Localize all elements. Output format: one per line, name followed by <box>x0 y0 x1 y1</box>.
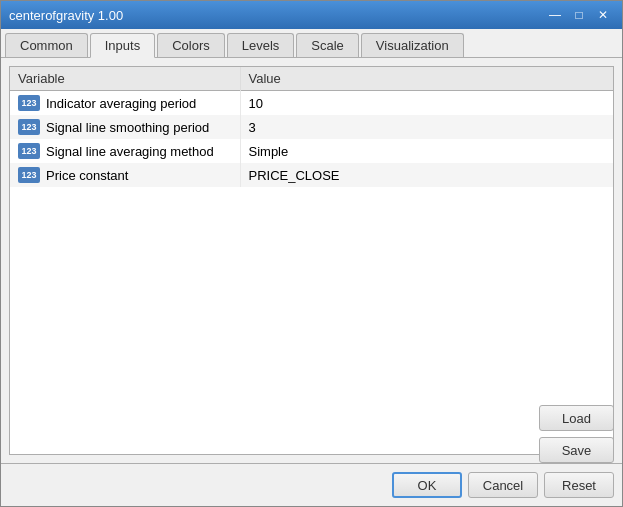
table-row[interactable]: 123Price constantPRICE_CLOSE <box>10 163 613 187</box>
table-cell-value: Simple <box>240 139 613 163</box>
tab-visualization[interactable]: Visualization <box>361 33 464 57</box>
tab-colors[interactable]: Colors <box>157 33 225 57</box>
table-body: 123Indicator averaging period10123Signal… <box>10 91 613 188</box>
main-window: centerofgravity 1.00 — □ ✕ Common Inputs… <box>0 0 623 507</box>
variables-table: Variable Value 123Indicator averaging pe… <box>10 67 613 187</box>
table-row[interactable]: 123Signal line smoothing period3 <box>10 115 613 139</box>
variable-type-icon: 123 <box>18 119 40 135</box>
table-row[interactable]: 123Indicator averaging period10 <box>10 91 613 116</box>
bottom-bar: OK Cancel Reset <box>1 463 622 506</box>
column-header-value: Value <box>240 67 613 91</box>
load-button[interactable]: Load <box>539 405 614 431</box>
window-controls: — □ ✕ <box>544 6 614 24</box>
tab-levels[interactable]: Levels <box>227 33 295 57</box>
variable-type-icon: 123 <box>18 167 40 183</box>
window-title: centerofgravity 1.00 <box>9 8 123 23</box>
tab-scale[interactable]: Scale <box>296 33 359 57</box>
column-header-variable: Variable <box>10 67 240 91</box>
table-header-row: Variable Value <box>10 67 613 91</box>
reset-button[interactable]: Reset <box>544 472 614 498</box>
tab-common[interactable]: Common <box>5 33 88 57</box>
variable-type-icon: 123 <box>18 95 40 111</box>
table-row[interactable]: 123Signal line averaging methodSimple <box>10 139 613 163</box>
save-button[interactable]: Save <box>539 437 614 463</box>
cancel-button[interactable]: Cancel <box>468 472 538 498</box>
close-button[interactable]: ✕ <box>592 6 614 24</box>
variable-name: Indicator averaging period <box>46 96 196 111</box>
variable-name: Signal line averaging method <box>46 144 214 159</box>
ok-button[interactable]: OK <box>392 472 462 498</box>
tab-inputs[interactable]: Inputs <box>90 33 155 58</box>
side-buttons: Load Save <box>539 405 614 463</box>
variable-type-icon: 123 <box>18 143 40 159</box>
variables-table-container: Variable Value 123Indicator averaging pe… <box>9 66 614 455</box>
minimize-button[interactable]: — <box>544 6 566 24</box>
table-cell-value: 10 <box>240 91 613 116</box>
variable-name: Price constant <box>46 168 128 183</box>
table-cell-value: PRICE_CLOSE <box>240 163 613 187</box>
table-cell-variable: 123Indicator averaging period <box>10 91 240 116</box>
table-cell-variable: 123Signal line smoothing period <box>10 115 240 139</box>
table-cell-variable: 123Signal line averaging method <box>10 139 240 163</box>
table-cell-variable: 123Price constant <box>10 163 240 187</box>
table-cell-value: 3 <box>240 115 613 139</box>
maximize-button[interactable]: □ <box>568 6 590 24</box>
title-bar: centerofgravity 1.00 — □ ✕ <box>1 1 622 29</box>
variable-name: Signal line smoothing period <box>46 120 209 135</box>
tab-bar: Common Inputs Colors Levels Scale Visual… <box>1 29 622 58</box>
content-wrapper: Variable Value 123Indicator averaging pe… <box>1 58 622 463</box>
